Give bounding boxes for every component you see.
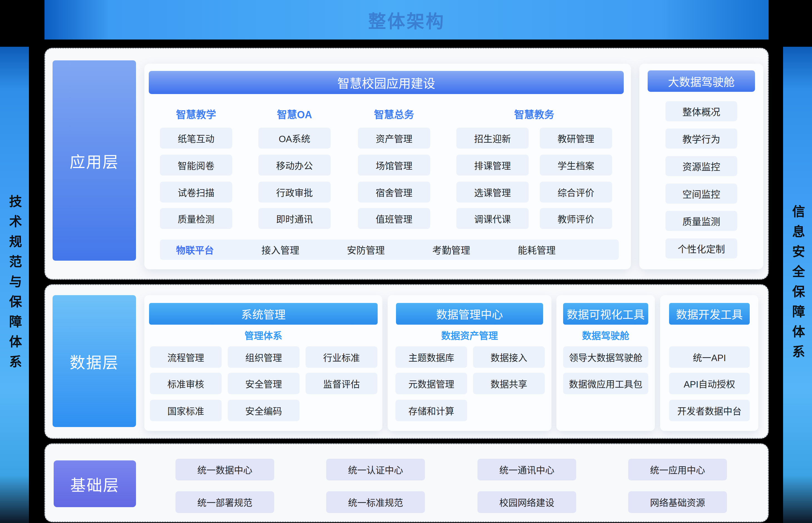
app-item: 质量检测 (160, 208, 232, 229)
app-item: 宿舍管理 (358, 182, 430, 202)
data-item: 开发者数据中台 (669, 400, 750, 421)
app-item: 资产管理 (358, 128, 430, 148)
left-rail: 技术规范与保障体系 (0, 47, 29, 523)
data-item: 元数据管理 (395, 373, 467, 394)
foundation-item: 统一应用中心 (628, 459, 727, 481)
panel-header: 数据管理中心 (396, 303, 543, 325)
column-header-general: 智慧总务 (358, 108, 430, 120)
system-management-panel: 系统管理 管理体系 流程管理 组织管理 行业标准 标准审核 安全管理 监督评估 … (144, 295, 382, 431)
app-item: 移动办公 (258, 155, 331, 176)
data-item: 数据接入 (473, 346, 545, 368)
right-rail: 信息安全保障体系 (783, 47, 812, 523)
right-rail-text: 信息安全保障体系 (788, 205, 807, 365)
iot-platform-label: 物联平台 (176, 243, 214, 256)
panel-subtitle: 管理体系 (144, 328, 382, 341)
cockpit-item: 资源监控 (665, 156, 737, 176)
app-layer-section: 应用层 智慧校园应用建设 智慧教学 智慧OA 智慧总务 智慧教务 纸笔互动 智能… (44, 48, 769, 279)
data-layer-label: 数据层 (53, 295, 136, 427)
app-item: 智能阅卷 (160, 155, 232, 176)
foundation-item: 统一标准规范 (326, 491, 425, 513)
panel-subtitle: 数据资产管理 (388, 328, 551, 341)
app-item: 教师评价 (540, 208, 612, 229)
app-item: 招生迎新 (456, 128, 529, 148)
data-item: 标准审核 (150, 373, 222, 394)
data-item: 监督评估 (306, 373, 377, 394)
data-management-panel: 数据管理中心 数据资产管理 主题数据库 数据接入 元数据管理 数据共享 存储和计… (388, 295, 551, 431)
app-item: 试卷扫描 (160, 182, 232, 202)
data-visualization-panel: 数据可视化工具 数据驾驶舱 领导大数据驾驶舱 数据微应用工具包 (556, 295, 655, 431)
top-banner: 整体架构 (44, 0, 769, 39)
iot-row: 物联平台 接入管理 安防管理 考勤管理 能耗管理 (160, 239, 619, 260)
cockpit-header: 大数据驾驶舱 (648, 70, 755, 92)
data-item: 安全管理 (228, 373, 299, 394)
campus-app-header: 智慧校园应用建设 (149, 71, 624, 94)
data-item: 国家标准 (150, 400, 222, 421)
iot-item: 安防管理 (347, 243, 385, 256)
app-item: 即时通讯 (258, 208, 331, 229)
data-item: 存储和计算 (395, 400, 467, 421)
foundation-item: 统一通讯中心 (478, 459, 576, 481)
foundation-layer-section: 基础层 统一数据中心 统一认证中心 统一通讯中心 统一应用中心 统一部署规范 统… (44, 444, 769, 522)
foundation-item: 统一数据中心 (176, 459, 274, 481)
app-item: 行政审批 (258, 182, 331, 202)
app-item: OA系统 (258, 128, 331, 148)
cockpit-item: 质量监测 (665, 211, 737, 231)
iot-item: 考勤管理 (432, 243, 470, 256)
data-item: 主题数据库 (395, 346, 467, 368)
foundation-item: 统一部署规范 (176, 491, 274, 513)
data-item: 流程管理 (150, 346, 222, 368)
panel-subtitle: 数据驾驶舱 (556, 328, 655, 341)
left-rail-text: 技术规范与保障体系 (5, 195, 24, 375)
cockpit-item: 教学行为 (665, 128, 737, 148)
data-item: 数据微应用工具包 (563, 373, 648, 394)
app-item: 选课管理 (456, 182, 529, 202)
app-item: 值班管理 (358, 208, 430, 229)
foundation-layer-label: 基础层 (54, 461, 136, 507)
app-item: 调课代课 (456, 208, 529, 229)
panel-header: 数据开发工具 (669, 303, 750, 325)
app-item: 综合评价 (540, 182, 612, 202)
data-item: 数据共享 (473, 373, 545, 394)
data-item: 安全编码 (228, 400, 299, 421)
foundation-item: 网络基础资源 (628, 491, 727, 513)
data-item: API自动授权 (669, 373, 750, 394)
data-item: 组织管理 (228, 346, 299, 368)
app-item: 场馆管理 (358, 155, 430, 176)
app-layer-label: 应用层 (53, 60, 136, 261)
foundation-item: 统一认证中心 (326, 459, 425, 481)
app-item: 排课管理 (456, 155, 529, 176)
panel-header: 系统管理 (149, 303, 377, 325)
app-item: 学生档案 (540, 155, 612, 176)
panel-header: 数据可视化工具 (563, 303, 648, 325)
cockpit-card: 大数据驾驶舱 整体概况 教学行为 资源监控 空间监控 质量监测 个性化定制 (639, 64, 763, 269)
data-item: 行业标准 (306, 346, 377, 368)
page-title: 整体架构 (368, 7, 445, 33)
app-item: 纸笔互动 (160, 128, 232, 148)
column-header-oa: 智慧OA (258, 108, 331, 120)
app-item: 教研管理 (540, 128, 612, 148)
data-development-panel: 数据开发工具 统一API API自动授权 开发者数据中台 (660, 295, 758, 431)
foundation-item: 校园网络建设 (478, 491, 576, 513)
iot-item: 接入管理 (261, 243, 299, 256)
data-layer-section: 数据层 系统管理 管理体系 流程管理 组织管理 行业标准 标准审核 安全管理 监… (44, 284, 769, 439)
column-header-teaching: 智慧教学 (160, 108, 232, 120)
cockpit-item: 整体概况 (665, 101, 737, 121)
data-item: 统一API (669, 346, 750, 368)
cockpit-item: 空间监控 (665, 184, 737, 204)
iot-item: 能耗管理 (518, 243, 556, 256)
cockpit-item: 个性化定制 (665, 238, 737, 258)
column-header-academic: 智慧教务 (498, 108, 570, 120)
campus-app-card: 智慧校园应用建设 智慧教学 智慧OA 智慧总务 智慧教务 纸笔互动 智能阅卷 试… (144, 64, 631, 269)
data-item: 领导大数据驾驶舱 (563, 346, 648, 368)
